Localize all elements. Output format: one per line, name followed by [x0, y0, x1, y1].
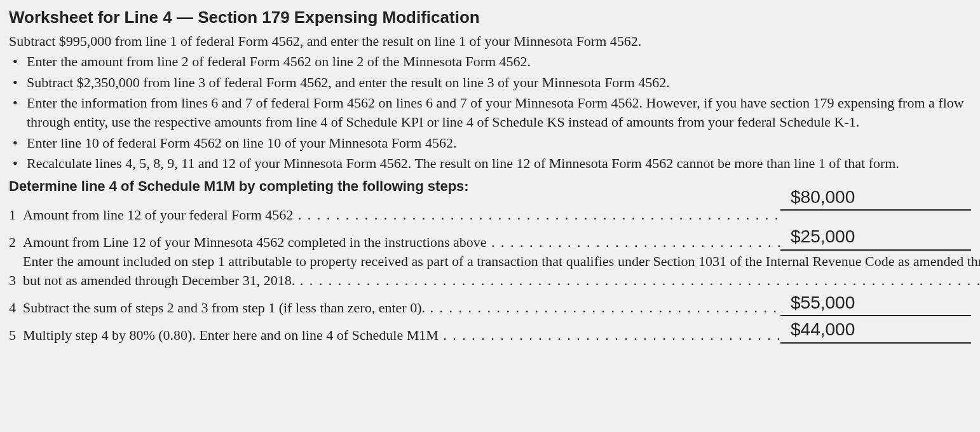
step-label: Subtract the sum of steps 2 and 3 from s…: [23, 298, 780, 317]
bullet-item: Enter the information from lines 6 and 7…: [9, 94, 971, 132]
step-number: 4: [9, 298, 23, 317]
bullet-item: Recalculate lines 4, 5, 8, 9, 11 and 12 …: [9, 154, 971, 173]
step-number: 1: [9, 206, 23, 225]
bullet-item: Enter line 10 of federal Form 4562 on li…: [9, 134, 971, 153]
step-value[interactable]: $44,000: [780, 317, 971, 344]
step-number: 3: [9, 271, 23, 290]
step-value[interactable]: $80,000: [780, 185, 971, 211]
step-row: 2 Amount from Line 12 of your Minnesota …: [9, 225, 971, 252]
step-number: 5: [9, 326, 23, 345]
worksheet-page: Worksheet for Line 4 — Section 179 Expen…: [0, 0, 980, 432]
page-title: Worksheet for Line 4 — Section 179 Expen…: [9, 6, 971, 29]
step-label: Amount from Line 12 of your Minnesota 45…: [23, 233, 780, 252]
bullet-item: Subtract $2,350,000 from line 3 of feder…: [9, 73, 971, 92]
step-row: 3 Enter the amount included on step 1 at…: [9, 252, 971, 291]
step-label: Multiply step 4 by 80% (0.80). Enter her…: [23, 326, 780, 345]
step-value[interactable]: $25,000: [780, 225, 971, 251]
bullet-item: Enter the amount from line 2 of federal …: [9, 52, 971, 71]
intro-paragraph: Subtract $995,000 from line 1 of federal…: [9, 32, 971, 51]
step-number: 2: [9, 233, 23, 252]
step-label: Enter the amount included on step 1 attr…: [23, 252, 980, 291]
step-row: 5 Multiply step 4 by 80% (0.80). Enter h…: [9, 317, 971, 345]
step-row: 1 Amount from line 12 of your federal Fo…: [9, 198, 971, 225]
step-label: Amount from line 12 of your federal Form…: [23, 206, 780, 225]
instruction-bullets: Enter the amount from line 2 of federal …: [9, 52, 971, 173]
step-value[interactable]: $55,000: [780, 291, 971, 317]
steps-list: 1 Amount from line 12 of your federal Fo…: [9, 198, 971, 345]
step-row: 4 Subtract the sum of steps 2 and 3 from…: [9, 291, 971, 318]
